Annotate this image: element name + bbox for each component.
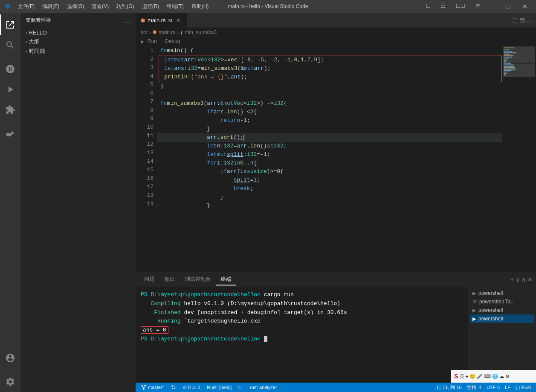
terminal-content[interactable]: PS D:\mysetup\gopath\rustcode\hello> car…	[136, 287, 468, 383]
status-branch[interactable]: master*	[139, 384, 166, 390]
code-content[interactable]: fn main() { let mut arr: Vec<i32> = vec!…	[157, 46, 502, 272]
tree-item-outline[interactable]: › 大纲	[20, 37, 136, 46]
terminal-ps-1[interactable]: ▶ powershell	[470, 289, 534, 297]
ln-13: 13	[139, 149, 154, 157]
editor-area: ⬢ main.rs M ✕ ⬚ ▤ … src › ⬢ main.rs › ƒ …	[136, 13, 536, 392]
breadcrumb-file[interactable]: main.rs	[159, 29, 175, 35]
code-line-9: return -1;	[157, 116, 502, 125]
terminal-ps-3[interactable]: ▶ powershell	[470, 306, 534, 314]
status-eol[interactable]: LF	[503, 385, 512, 390]
customize-icon[interactable]: ⯐	[472, 2, 484, 11]
more-actions-icon[interactable]: …	[527, 17, 533, 23]
terminal-ps-label-3: powershell	[478, 307, 503, 313]
sogou-icon: S	[454, 373, 458, 380]
menu-select[interactable]: 选择(S)	[64, 2, 87, 11]
activity-bar	[0, 13, 20, 392]
activity-git[interactable]	[0, 59, 20, 79]
terminal-ps-2[interactable]: ⚒ powershell Ta...	[470, 297, 534, 306]
terminal-ps-run-icon-4: ▶	[472, 316, 476, 322]
code-line-4: println!("ans = {}", ans);	[161, 73, 500, 81]
ln-17: 17	[139, 183, 154, 191]
close-button[interactable]: ✕	[518, 2, 532, 11]
menu-view[interactable]: 查看(V)	[88, 2, 112, 11]
layout2-icon[interactable]: ☷	[437, 2, 449, 11]
menu-edit[interactable]: 编辑(E)	[39, 2, 63, 11]
status-encoding[interactable]: UTF-8	[485, 385, 501, 390]
split-editor-icon[interactable]: ⬚	[512, 17, 518, 23]
window-controls: ☐ ☷ ☐☐ ⯐ – □ ✕	[423, 2, 532, 11]
run-link[interactable]: Run	[148, 38, 157, 44]
menu-file[interactable]: 文件(F)	[14, 2, 38, 11]
menu-goto[interactable]: 转到(G)	[113, 2, 137, 11]
tab-close-icon[interactable]: ✕	[175, 17, 182, 24]
menu-run[interactable]: 运行(R)	[139, 2, 163, 11]
run-debug-bar: ▶ Run | Debug	[136, 37, 536, 46]
activity-docker[interactable]	[0, 124, 20, 144]
sidebar-tree: › HELLO › 大纲 › 时间线	[20, 28, 136, 392]
code-line-11: arr.sort();	[157, 133, 502, 142]
toggle-sidebar-icon[interactable]: ▤	[519, 17, 525, 23]
terminal-ps-label-4: powershell	[478, 316, 503, 322]
code-line-1: fn main() {	[157, 46, 502, 55]
tab-file-icon: ⬢	[141, 17, 145, 23]
vscode-icon: ❖	[4, 2, 11, 11]
ln-5: 5	[139, 81, 154, 89]
activity-search[interactable]	[0, 35, 20, 55]
run-arrow-icon: ▶	[141, 39, 144, 44]
status-branch-label: master*	[148, 385, 164, 390]
ln-1: 1	[139, 46, 154, 55]
ln-9: 9	[139, 115, 154, 123]
code-line-10: }	[157, 125, 502, 133]
activity-settings[interactable]	[0, 372, 20, 392]
terminal-tab-output[interactable]: 输出	[159, 274, 180, 285]
terminal-ps-label-1: powershell	[478, 290, 503, 296]
status-square[interactable]: □	[237, 385, 243, 390]
status-sync[interactable]: ↻	[169, 384, 178, 391]
terminal-compiling-indent	[141, 300, 151, 307]
code-line-13: let mut split: i32 = -1;	[157, 150, 502, 159]
activity-explorer[interactable]	[0, 14, 20, 35]
activity-extensions[interactable]	[0, 100, 20, 120]
terminal-layout-icon[interactable]: ∨	[516, 276, 520, 283]
tab-bar-actions: ⬚ ▤ …	[512, 17, 536, 23]
tree-arrow-timeline: ›	[26, 49, 27, 54]
tab-main-rs[interactable]: ⬢ main.rs M ✕	[136, 13, 187, 28]
terminal-body: PS D:\mysetup\gopath\rustcode\hello> car…	[136, 287, 536, 383]
terminal-max-icon[interactable]: ∧	[522, 276, 526, 283]
terminal-tab-debug[interactable]: 调试控制台	[180, 274, 216, 285]
terminal-finished-indent	[141, 309, 154, 316]
breadcrumb-fn[interactable]: min_sumabs3	[185, 29, 217, 35]
tree-item-timeline[interactable]: › 时间线	[20, 46, 136, 56]
status-position[interactable]: 行 11, 列 16	[435, 384, 464, 391]
tree-label-hello: HELLO	[29, 29, 47, 36]
activity-account[interactable]	[0, 348, 20, 368]
layout-icon[interactable]: ☐	[423, 2, 434, 11]
terminal-prompt-2: PS D:\mysetup\gopath\rustcode\hello>	[141, 336, 264, 342]
terminal-ps-run-icon-1: ▶	[472, 291, 476, 296]
activity-run[interactable]	[0, 79, 20, 100]
status-lang[interactable]: { } Rust	[514, 385, 533, 390]
menu-help[interactable]: 帮助(H)	[188, 2, 212, 11]
terminal-line-1: PS D:\mysetup\gopath\rustcode\hello> car…	[141, 291, 463, 300]
maximize-button[interactable]: □	[503, 2, 515, 11]
tree-item-hello[interactable]: › HELLO	[20, 28, 136, 37]
minimize-button[interactable]: –	[487, 2, 499, 11]
titlebar-left: ❖ 文件(F) 编辑(E) 选择(S) 查看(V) 转到(G) 运行(R) 终端…	[4, 2, 212, 11]
breadcrumb-src[interactable]: src	[141, 29, 148, 35]
debug-link[interactable]: Debug	[165, 38, 180, 44]
terminal-close-icon[interactable]: ✕	[527, 276, 533, 283]
terminal-ps-4[interactable]: ▶ powershell	[470, 314, 534, 323]
ln-14: 14	[139, 157, 154, 166]
status-spaces[interactable]: 空格: 4	[465, 384, 483, 391]
terminal-tab-terminal[interactable]: 终端	[216, 274, 236, 285]
terminal-ps-label-2: powershell Ta...	[479, 299, 515, 305]
layout3-icon[interactable]: ☐☐	[452, 2, 469, 11]
ln-4: 4	[139, 72, 154, 81]
status-analyzer[interactable]: rust-analyzer	[248, 385, 279, 390]
status-rust[interactable]: Rust: [hello]	[205, 385, 233, 390]
menu-terminal[interactable]: 终端(T)	[163, 2, 187, 11]
status-errors[interactable]: ⊙ 0 ⚠ 0	[181, 385, 202, 390]
sidebar-more-icon[interactable]: …	[124, 17, 130, 24]
terminal-tab-problems[interactable]: 问题	[139, 274, 159, 285]
new-terminal-icon[interactable]: +	[510, 276, 514, 283]
